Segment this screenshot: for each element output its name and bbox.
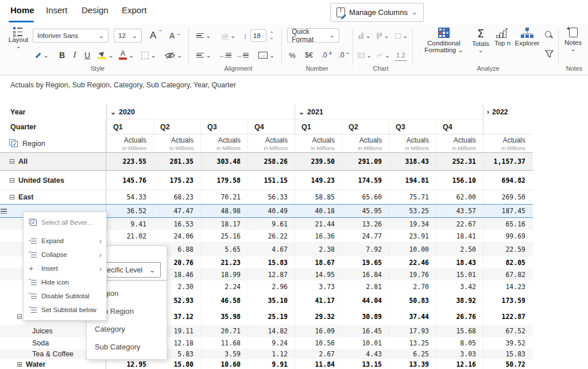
font-size-select[interactable]: 12 ⌄ xyxy=(114,29,142,43)
menu-item-disable-subtotal[interactable]: ⌃ Disable Subtotal xyxy=(24,289,106,303)
table-row[interactable]: ⊞Water12.9515.8010.609.9111.8413.1513.39… xyxy=(0,359,533,369)
quarter-header-cell[interactable] xyxy=(483,120,532,134)
chart-sparkline-button[interactable]: ⌄ xyxy=(375,48,391,62)
tab-home[interactable]: Home xyxy=(10,5,34,15)
measure-header-cell[interactable]: Actualsin Millions xyxy=(247,134,295,152)
conditional-formatting-button[interactable]: Conditional Formatting ⌄ xyxy=(421,28,467,53)
align-lines-icon xyxy=(196,52,204,59)
data-cell: 15.83 xyxy=(247,256,295,268)
table-row[interactable]: Soda12.1811.689.2410.5610.0113.258.0539.… xyxy=(0,337,533,349)
layout-button[interactable]: Layout ⌄ xyxy=(6,27,31,49)
top-n-button[interactable]: ▾ Top n xyxy=(492,28,513,47)
sparkline-icon xyxy=(376,52,383,58)
bold-button[interactable]: B xyxy=(56,48,68,62)
measure-header-cell[interactable]: Actualsin Millions xyxy=(483,134,532,152)
visibility-button[interactable]: ⌄ xyxy=(163,48,184,62)
region-checkbox-icon[interactable]: ✓ xyxy=(9,139,18,148)
format-painter-button[interactable]: ⌄ xyxy=(32,48,52,62)
highlight-icon xyxy=(98,51,106,59)
quarter-header-cell[interactable]: Q1 xyxy=(106,120,153,134)
data-cell: 9.24 xyxy=(247,337,295,349)
level-option-category[interactable]: Category xyxy=(87,320,167,338)
row-drag-handle-icon[interactable] xyxy=(1,207,7,216)
quarter-header-cell[interactable]: Q3 xyxy=(200,120,247,134)
horizontal-align-button[interactable]: ⌄ xyxy=(194,48,214,62)
chart-table-button[interactable]: ⌄ xyxy=(357,48,373,62)
chevron-down-icon[interactable]: ⌄ xyxy=(299,109,304,116)
measure-header-cell[interactable]: Actualsin Millions xyxy=(342,134,389,152)
collapse-toggle-icon[interactable]: ⊟ xyxy=(9,177,15,184)
chart-bar-button[interactable]: ⌄ xyxy=(357,29,373,43)
chart-combo-button[interactable]: ⌄ xyxy=(393,29,409,43)
measure-header-cell[interactable]: Actualsin Millions xyxy=(389,134,436,152)
grow-font-button[interactable]: A⌃ xyxy=(148,29,165,43)
quarter-header-cell[interactable]: Q2 xyxy=(153,120,200,134)
decimal-format-button[interactable]: 1.2 xyxy=(394,49,407,61)
vertical-align-button[interactable]: ⌄ xyxy=(194,29,214,43)
tab-export[interactable]: Export xyxy=(122,5,146,15)
italic-button[interactable]: I xyxy=(69,48,80,62)
quick-format-button[interactable]: Quick Format ⌄ xyxy=(287,28,339,43)
manage-columns-button[interactable]: Manage Columns ⌄ xyxy=(330,3,424,22)
tab-design[interactable]: Design xyxy=(82,5,109,15)
tab-insert[interactable]: Insert xyxy=(46,5,68,15)
table-row[interactable]: Tea & Coffee5.833.591.122.674.436.253.03… xyxy=(0,349,533,359)
menu-item-expand[interactable]: ⌄ Expand › xyxy=(24,234,106,248)
explorer-button[interactable]: Explorer xyxy=(512,28,542,47)
borders-button[interactable]: ⌄ xyxy=(139,48,158,62)
measure-header-cell[interactable]: Actualsin Millions xyxy=(200,134,247,152)
menu-item-collapse[interactable]: ⌃ Collapse › xyxy=(24,248,106,262)
data-cell: 22.67 xyxy=(436,218,483,230)
underline-button[interactable]: U xyxy=(82,48,93,62)
data-cell: 56.33 xyxy=(247,190,295,204)
decrease-decimal-button[interactable]: .0− xyxy=(336,48,351,62)
currency-button[interactable]: $€ xyxy=(301,48,317,62)
year-group-2020[interactable]: ⌄ 2020 xyxy=(106,105,295,120)
highlight-color-button[interactable]: ⌄ xyxy=(96,48,115,62)
quarter-header-cell[interactable]: Q1 xyxy=(295,120,342,134)
table-row[interactable]: ⊟United States145.76175.23179.58151.1514… xyxy=(0,171,533,190)
chart-waterfall-button[interactable]: ⌄ xyxy=(375,29,391,43)
level-option-sub-category[interactable]: Sub Category xyxy=(87,338,167,356)
menu-item-set-subtotal-below[interactable]: ⌃ Set Subtotal below xyxy=(24,303,106,317)
font-color-button[interactable]: A ⌄ xyxy=(117,48,136,62)
increase-decimal-button[interactable]: .0+ xyxy=(319,48,334,62)
collapse-toggle-icon[interactable]: ⊟ xyxy=(9,194,15,201)
chevron-right-icon[interactable]: › xyxy=(487,109,489,116)
expand-toggle-icon[interactable]: ⊞ xyxy=(17,361,22,368)
measure-header-cell[interactable]: Actualsin Millions xyxy=(153,134,200,152)
percent-button[interactable]: % xyxy=(287,48,297,62)
quarter-header-cell[interactable]: Q4 xyxy=(436,120,483,134)
shrink-font-button[interactable]: A⌄ xyxy=(167,29,184,43)
totals-button[interactable]: Σ Totals ⌄ xyxy=(469,28,493,53)
collapse-toggle-icon[interactable]: ⊟ xyxy=(9,158,15,165)
quarter-header-cell[interactable]: Q4 xyxy=(247,120,295,134)
table-row[interactable]: ⊟All223.55281.35303.48258.26239.50291.09… xyxy=(0,153,533,171)
decrease-indent-button[interactable]: ← xyxy=(218,48,232,62)
menu-item-select-all[interactable]: ✓ Select all Bever... xyxy=(24,216,106,229)
quarter-header-cell[interactable]: Q3 xyxy=(389,120,436,134)
measure-header-cell[interactable]: Actualsin Millions xyxy=(436,134,483,152)
measure-header-cell[interactable]: Actualsin Millions xyxy=(295,134,342,152)
font-name-select[interactable]: Inforiver Sans ⌄ xyxy=(33,29,109,43)
menu-item-hide-icon[interactable]: ⌃ Hide icon xyxy=(24,275,106,289)
region-row-header[interactable]: ✓ Region xyxy=(0,134,106,152)
wrap-text-button[interactable]: ab ⌄ xyxy=(218,29,239,43)
notes-button[interactable]: + Notes ⌄ xyxy=(562,28,585,52)
table-row[interactable]: Juices19.1120.7114.8216.0916.4517.9315.6… xyxy=(0,325,533,337)
increase-indent-button[interactable]: → xyxy=(235,48,249,62)
collapse-toggle-icon[interactable]: ⊟ xyxy=(17,313,22,320)
merge-cells-button[interactable]: ↔ ⌄ xyxy=(256,48,277,62)
table-row[interactable]: ⊟East54.3368.2370.2156.3358.8565.6075.71… xyxy=(0,190,533,204)
row-height-input[interactable]: 18 xyxy=(250,29,266,42)
year-group-2022[interactable]: › 2022 xyxy=(483,105,533,120)
measure-header-cell[interactable]: Actualsin Millions xyxy=(106,134,153,152)
chevron-down-icon[interactable]: ⌄ xyxy=(110,109,116,116)
search-button[interactable] xyxy=(543,30,555,40)
menu-item-insert[interactable]: + Insert › xyxy=(24,262,106,275)
row-height-stepper[interactable]: ⌃⌄ xyxy=(268,29,276,43)
quarter-header-cell[interactable]: Q2 xyxy=(342,120,389,134)
alignment-group-label: Alignment xyxy=(204,65,273,72)
filter-button[interactable] xyxy=(543,48,555,60)
year-group-2021[interactable]: ⌄ 2021 xyxy=(295,105,483,120)
